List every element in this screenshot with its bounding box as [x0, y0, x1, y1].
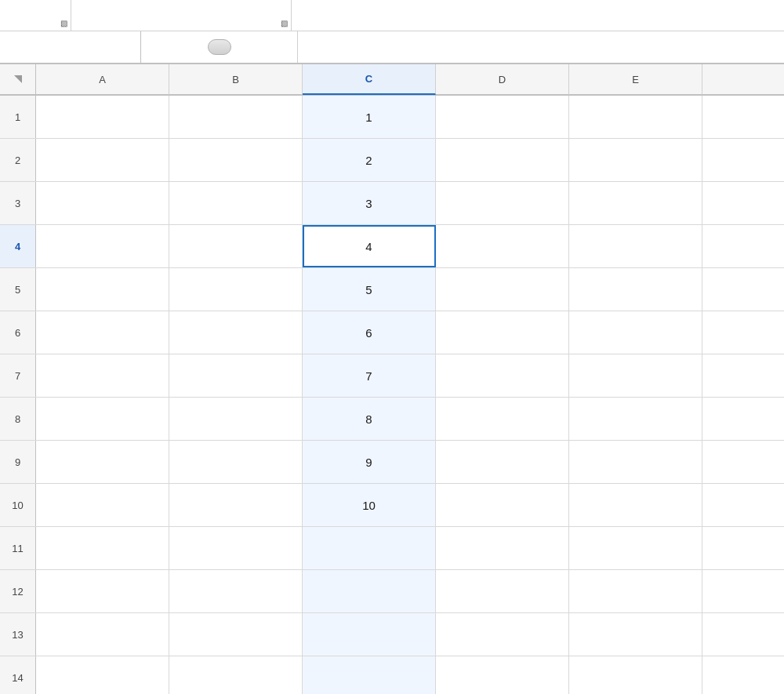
row-header-8[interactable]: 8	[0, 398, 36, 440]
row-header-4[interactable]: 4	[0, 225, 36, 267]
cell-D3[interactable]	[436, 182, 569, 224]
cell-F13[interactable]	[702, 613, 784, 656]
cell-A7[interactable]	[36, 354, 169, 397]
corner-cell[interactable]	[0, 64, 36, 95]
cell-D7[interactable]	[436, 354, 569, 397]
cell-F9[interactable]	[702, 441, 784, 483]
cell-E4[interactable]	[569, 225, 702, 267]
cell-C6[interactable]: 6	[303, 311, 436, 354]
cell-F3[interactable]	[702, 182, 784, 224]
cell-B7[interactable]	[169, 354, 303, 397]
cell-A13[interactable]	[36, 613, 169, 656]
cell-E8[interactable]	[569, 398, 702, 440]
cell-B2[interactable]	[169, 139, 303, 181]
cell-D12[interactable]	[436, 570, 569, 612]
cell-A11[interactable]	[36, 527, 169, 569]
cell-C9[interactable]: 9	[303, 441, 436, 483]
cell-C8[interactable]: 8	[303, 398, 436, 440]
cell-E2[interactable]	[569, 139, 702, 181]
col-header-C[interactable]: C	[303, 64, 436, 95]
row-header-14[interactable]: 14	[0, 656, 36, 694]
cell-D14[interactable]	[436, 656, 569, 694]
cell-F2[interactable]	[702, 139, 784, 181]
cell-E1[interactable]	[569, 96, 702, 138]
col-header-A[interactable]: A	[36, 64, 169, 95]
cell-F5[interactable]	[702, 268, 784, 311]
cell-F11[interactable]	[702, 527, 784, 569]
cell-B12[interactable]	[169, 570, 303, 612]
cell-D8[interactable]	[436, 398, 569, 440]
cell-A14[interactable]	[36, 656, 169, 694]
cell-B8[interactable]	[169, 398, 303, 440]
cell-F4[interactable]	[702, 225, 784, 267]
cell-C1[interactable]: 1	[303, 96, 436, 138]
cell-E6[interactable]	[569, 311, 702, 354]
cell-C12[interactable]	[303, 570, 436, 612]
cell-B11[interactable]	[169, 527, 303, 569]
cell-B4[interactable]	[169, 225, 303, 267]
col-header-E[interactable]: E	[569, 64, 702, 95]
cell-C4[interactable]: 4	[303, 225, 436, 267]
cell-D4[interactable]	[436, 225, 569, 267]
row-header-3[interactable]: 3	[0, 182, 36, 224]
cell-E3[interactable]	[569, 182, 702, 224]
cell-B3[interactable]	[169, 182, 303, 224]
col-header-F[interactable]	[702, 64, 784, 95]
cell-F8[interactable]	[702, 398, 784, 440]
cell-C7[interactable]: 7	[303, 354, 436, 397]
font-expand-icon[interactable]: ▧	[281, 19, 288, 27]
cell-A3[interactable]	[36, 182, 169, 224]
cell-A2[interactable]	[36, 139, 169, 181]
cell-E9[interactable]	[569, 441, 702, 483]
cell-E14[interactable]	[569, 656, 702, 694]
cell-D9[interactable]	[436, 441, 569, 483]
cell-C10[interactable]: 10	[303, 484, 436, 526]
cell-E12[interactable]	[569, 570, 702, 612]
cell-A4[interactable]	[36, 225, 169, 267]
cell-C14[interactable]	[303, 656, 436, 694]
cell-C3[interactable]: 3	[303, 182, 436, 224]
col-header-B[interactable]: B	[169, 64, 303, 95]
cell-C11[interactable]	[303, 527, 436, 569]
cell-F12[interactable]	[702, 570, 784, 612]
cell-B13[interactable]	[169, 613, 303, 656]
row-header-11[interactable]: 11	[0, 527, 36, 569]
cell-E7[interactable]	[569, 354, 702, 397]
cell-E11[interactable]	[569, 527, 702, 569]
cell-B6[interactable]	[169, 311, 303, 354]
row-header-6[interactable]: 6	[0, 311, 36, 354]
cell-D2[interactable]	[436, 139, 569, 181]
cell-name-box[interactable]	[0, 31, 141, 63]
row-header-1[interactable]: 1	[0, 96, 36, 138]
cell-D5[interactable]	[436, 268, 569, 311]
cell-B10[interactable]	[169, 484, 303, 526]
cell-A1[interactable]	[36, 96, 169, 138]
cell-A8[interactable]	[36, 398, 169, 440]
row-header-12[interactable]: 12	[0, 570, 36, 612]
row-header-5[interactable]: 5	[0, 268, 36, 311]
cell-E5[interactable]	[569, 268, 702, 311]
clipboard-expand-icon[interactable]: ▧	[60, 19, 67, 27]
cell-F14[interactable]	[702, 656, 784, 694]
cell-A6[interactable]	[36, 311, 169, 354]
row-header-13[interactable]: 13	[0, 613, 36, 656]
col-header-D[interactable]: D	[436, 64, 569, 95]
cell-A10[interactable]	[36, 484, 169, 526]
cell-A12[interactable]	[36, 570, 169, 612]
formula-input[interactable]	[298, 31, 784, 63]
cell-D13[interactable]	[436, 613, 569, 656]
cell-E13[interactable]	[569, 613, 702, 656]
cell-B9[interactable]	[169, 441, 303, 483]
row-header-7[interactable]: 7	[0, 354, 36, 397]
cell-F10[interactable]	[702, 484, 784, 526]
cell-F1[interactable]	[702, 96, 784, 138]
cell-D6[interactable]	[436, 311, 569, 354]
cell-D10[interactable]	[436, 484, 569, 526]
row-header-2[interactable]: 2	[0, 139, 36, 181]
cell-C13[interactable]	[303, 613, 436, 656]
row-header-10[interactable]: 10	[0, 484, 36, 526]
cell-A5[interactable]	[36, 268, 169, 311]
cell-E10[interactable]	[569, 484, 702, 526]
row-header-9[interactable]: 9	[0, 441, 36, 483]
cell-A9[interactable]	[36, 441, 169, 483]
